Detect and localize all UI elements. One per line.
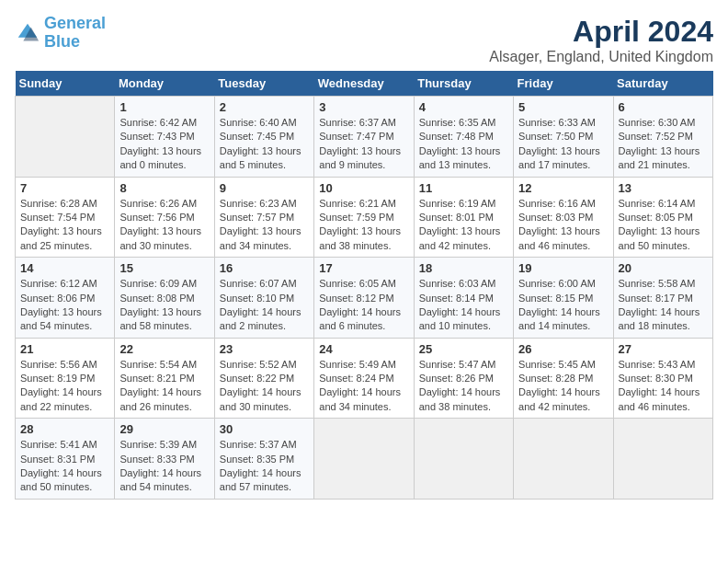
calendar-cell: 25Sunrise: 5:47 AMSunset: 8:26 PMDayligh…	[414, 338, 513, 419]
header-saturday: Saturday	[613, 71, 712, 97]
logo-text: General Blue	[44, 15, 106, 52]
header-friday: Friday	[514, 71, 613, 97]
title-block: April 2024 Alsager, England, United King…	[489, 15, 713, 65]
day-info: Sunrise: 6:37 AMSunset: 7:47 PMDaylight:…	[319, 116, 408, 173]
day-number: 14	[20, 261, 109, 275]
calendar-body: 1Sunrise: 6:42 AMSunset: 7:43 PMDaylight…	[16, 97, 713, 500]
day-info: Sunrise: 6:40 AMSunset: 7:45 PMDaylight:…	[220, 116, 309, 173]
day-number: 4	[419, 100, 508, 114]
header-thursday: Thursday	[414, 71, 513, 97]
day-number: 23	[220, 342, 309, 356]
main-title: April 2024	[489, 15, 713, 49]
calendar-cell: 7Sunrise: 6:28 AMSunset: 7:54 PMDaylight…	[16, 177, 115, 258]
day-number: 17	[319, 261, 408, 275]
calendar-cell	[314, 419, 414, 500]
calendar-cell: 8Sunrise: 6:26 AMSunset: 7:56 PMDaylight…	[115, 177, 214, 258]
calendar-cell: 27Sunrise: 5:43 AMSunset: 8:30 PMDayligh…	[613, 338, 712, 419]
header-monday: Monday	[115, 71, 214, 97]
day-info: Sunrise: 6:30 AMSunset: 7:52 PMDaylight:…	[619, 116, 708, 173]
logo: General Blue	[15, 15, 106, 52]
day-info: Sunrise: 6:28 AMSunset: 7:54 PMDaylight:…	[20, 197, 109, 254]
calendar-cell: 16Sunrise: 6:07 AMSunset: 8:10 PMDayligh…	[214, 258, 313, 339]
subtitle: Alsager, England, United Kingdom	[489, 49, 713, 65]
calendar-cell: 18Sunrise: 6:03 AMSunset: 8:14 PMDayligh…	[414, 258, 513, 339]
calendar-cell: 11Sunrise: 6:19 AMSunset: 8:01 PMDayligh…	[414, 177, 513, 258]
day-info: Sunrise: 5:37 AMSunset: 8:35 PMDaylight:…	[220, 438, 309, 495]
calendar-cell: 19Sunrise: 6:00 AMSunset: 8:15 PMDayligh…	[514, 258, 613, 339]
week-row-3: 14Sunrise: 6:12 AMSunset: 8:06 PMDayligh…	[16, 258, 713, 339]
day-number: 15	[119, 261, 209, 275]
calendar-cell: 28Sunrise: 5:41 AMSunset: 8:31 PMDayligh…	[16, 419, 115, 500]
calendar-cell	[414, 419, 513, 500]
day-info: Sunrise: 6:12 AMSunset: 8:06 PMDaylight:…	[20, 277, 109, 334]
day-info: Sunrise: 6:14 AMSunset: 8:05 PMDaylight:…	[619, 197, 708, 254]
day-number: 12	[518, 181, 608, 195]
calendar-table: SundayMondayTuesdayWednesdayThursdayFrid…	[15, 71, 713, 500]
calendar-cell: 14Sunrise: 6:12 AMSunset: 8:06 PMDayligh…	[16, 258, 115, 339]
calendar-cell	[613, 419, 712, 500]
day-number: 24	[319, 342, 408, 356]
week-row-4: 21Sunrise: 5:56 AMSunset: 8:19 PMDayligh…	[16, 338, 713, 419]
day-number: 2	[220, 100, 309, 114]
day-info: Sunrise: 6:33 AMSunset: 7:50 PMDaylight:…	[518, 116, 608, 173]
day-number: 7	[20, 181, 109, 195]
header-tuesday: Tuesday	[214, 71, 313, 97]
day-number: 5	[518, 100, 608, 114]
calendar-cell: 23Sunrise: 5:52 AMSunset: 8:22 PMDayligh…	[214, 338, 313, 419]
day-info: Sunrise: 6:05 AMSunset: 8:12 PMDaylight:…	[319, 277, 408, 334]
calendar-header-row: SundayMondayTuesdayWednesdayThursdayFrid…	[16, 71, 713, 97]
logo-line1: General	[44, 14, 106, 32]
day-number: 22	[119, 342, 209, 356]
calendar-cell: 22Sunrise: 5:54 AMSunset: 8:21 PMDayligh…	[115, 338, 214, 419]
logo-icon	[15, 20, 40, 46]
day-number: 10	[319, 181, 408, 195]
calendar-cell: 5Sunrise: 6:33 AMSunset: 7:50 PMDaylight…	[514, 97, 613, 178]
header-wednesday: Wednesday	[314, 71, 414, 97]
day-info: Sunrise: 5:47 AMSunset: 8:26 PMDaylight:…	[419, 358, 508, 415]
day-info: Sunrise: 5:43 AMSunset: 8:30 PMDaylight:…	[619, 358, 708, 415]
day-number: 26	[518, 342, 608, 356]
calendar-cell: 4Sunrise: 6:35 AMSunset: 7:48 PMDaylight…	[414, 97, 513, 178]
day-info: Sunrise: 6:23 AMSunset: 7:57 PMDaylight:…	[220, 197, 309, 254]
day-info: Sunrise: 6:16 AMSunset: 8:03 PMDaylight:…	[518, 197, 608, 254]
calendar-cell: 1Sunrise: 6:42 AMSunset: 7:43 PMDaylight…	[115, 97, 214, 178]
day-number: 6	[619, 100, 708, 114]
calendar-cell: 12Sunrise: 6:16 AMSunset: 8:03 PMDayligh…	[514, 177, 613, 258]
day-number: 9	[220, 181, 309, 195]
week-row-1: 1Sunrise: 6:42 AMSunset: 7:43 PMDaylight…	[16, 97, 713, 178]
calendar-cell: 30Sunrise: 5:37 AMSunset: 8:35 PMDayligh…	[214, 419, 313, 500]
calendar-cell: 29Sunrise: 5:39 AMSunset: 8:33 PMDayligh…	[115, 419, 214, 500]
day-number: 19	[518, 261, 608, 275]
day-number: 11	[419, 181, 508, 195]
day-info: Sunrise: 6:07 AMSunset: 8:10 PMDaylight:…	[220, 277, 309, 334]
logo-line2: Blue	[44, 32, 80, 51]
day-info: Sunrise: 6:09 AMSunset: 8:08 PMDaylight:…	[119, 277, 209, 334]
day-number: 20	[619, 261, 708, 275]
day-number: 13	[619, 181, 708, 195]
day-info: Sunrise: 6:21 AMSunset: 7:59 PMDaylight:…	[319, 197, 408, 254]
day-info: Sunrise: 6:35 AMSunset: 7:48 PMDaylight:…	[419, 116, 508, 173]
page-header: General Blue April 2024 Alsager, England…	[15, 15, 713, 65]
day-number: 16	[220, 261, 309, 275]
day-number: 27	[619, 342, 708, 356]
calendar-cell: 10Sunrise: 6:21 AMSunset: 7:59 PMDayligh…	[314, 177, 414, 258]
day-info: Sunrise: 5:56 AMSunset: 8:19 PMDaylight:…	[20, 358, 109, 415]
day-number: 29	[119, 422, 209, 436]
day-info: Sunrise: 5:49 AMSunset: 8:24 PMDaylight:…	[319, 358, 408, 415]
day-info: Sunrise: 6:03 AMSunset: 8:14 PMDaylight:…	[419, 277, 508, 334]
day-number: 30	[220, 422, 309, 436]
calendar-cell: 21Sunrise: 5:56 AMSunset: 8:19 PMDayligh…	[16, 338, 115, 419]
day-number: 25	[419, 342, 508, 356]
day-info: Sunrise: 6:42 AMSunset: 7:43 PMDaylight:…	[119, 116, 209, 173]
calendar-cell	[16, 97, 115, 178]
calendar-cell: 3Sunrise: 6:37 AMSunset: 7:47 PMDaylight…	[314, 97, 414, 178]
calendar-cell: 26Sunrise: 5:45 AMSunset: 8:28 PMDayligh…	[514, 338, 613, 419]
calendar-cell: 24Sunrise: 5:49 AMSunset: 8:24 PMDayligh…	[314, 338, 414, 419]
day-info: Sunrise: 5:45 AMSunset: 8:28 PMDaylight:…	[518, 358, 608, 415]
calendar-cell: 6Sunrise: 6:30 AMSunset: 7:52 PMDaylight…	[613, 97, 712, 178]
day-number: 21	[20, 342, 109, 356]
calendar-cell: 2Sunrise: 6:40 AMSunset: 7:45 PMDaylight…	[214, 97, 313, 178]
calendar-cell: 15Sunrise: 6:09 AMSunset: 8:08 PMDayligh…	[115, 258, 214, 339]
day-info: Sunrise: 5:52 AMSunset: 8:22 PMDaylight:…	[220, 358, 309, 415]
day-info: Sunrise: 5:58 AMSunset: 8:17 PMDaylight:…	[619, 277, 708, 334]
